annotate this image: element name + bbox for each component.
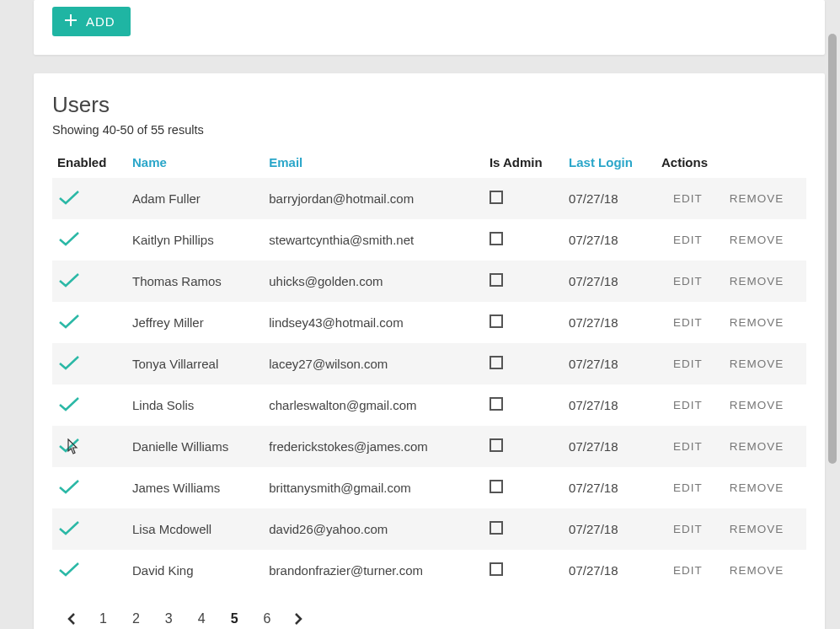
edit-button[interactable]: EDIT bbox=[671, 230, 704, 250]
remove-button[interactable]: REMOVE bbox=[728, 437, 786, 456]
user-last-login: 07/27/18 bbox=[564, 467, 656, 508]
scrollbar-track[interactable] bbox=[827, 0, 838, 629]
table-row: Tonya Villarreallacey27@wilson.com07/27/… bbox=[52, 343, 806, 384]
user-email: frederickstokes@james.com bbox=[264, 426, 484, 467]
users-table: Enabled Name Email Is Admin Last Login A… bbox=[52, 148, 806, 591]
col-is-admin-header[interactable]: Is Admin bbox=[484, 148, 564, 178]
pagination-next[interactable] bbox=[291, 611, 306, 626]
pagination-page[interactable]: 3 bbox=[160, 610, 178, 628]
user-email: david26@yahoo.com bbox=[264, 508, 484, 550]
check-icon bbox=[57, 188, 81, 207]
pagination-page[interactable]: 4 bbox=[193, 610, 211, 628]
pagination-page[interactable]: 2 bbox=[127, 610, 145, 628]
is-admin-checkbox[interactable] bbox=[490, 232, 503, 245]
user-last-login: 07/27/18 bbox=[564, 219, 656, 261]
check-icon bbox=[57, 519, 81, 537]
user-name: Linda Solis bbox=[127, 384, 264, 426]
user-email: charleswalton@gmail.com bbox=[264, 384, 484, 426]
user-name: Jeffrey Miller bbox=[127, 302, 264, 343]
plus-icon bbox=[64, 13, 78, 30]
scrollbar-thumb[interactable] bbox=[828, 34, 837, 464]
user-last-login: 07/27/18 bbox=[564, 508, 656, 550]
user-email: stewartcynthia@smith.net bbox=[264, 219, 484, 261]
table-row: Adam Fullerbarryjordan@hotmail.com07/27/… bbox=[52, 178, 806, 219]
edit-button[interactable]: EDIT bbox=[671, 271, 704, 291]
user-name: Adam Fuller bbox=[127, 178, 264, 219]
col-email-header[interactable]: Email bbox=[264, 148, 484, 178]
is-admin-checkbox[interactable] bbox=[490, 562, 503, 576]
user-name: Thomas Ramos bbox=[127, 261, 264, 302]
edit-button[interactable]: EDIT bbox=[671, 189, 704, 208]
check-icon bbox=[57, 229, 81, 248]
table-row: David Kingbrandonfrazier@turner.com07/27… bbox=[52, 550, 806, 591]
user-email: barryjordan@hotmail.com bbox=[264, 178, 484, 219]
edit-button[interactable]: EDIT bbox=[671, 561, 704, 580]
pagination-page[interactable]: 1 bbox=[94, 610, 112, 628]
is-admin-checkbox[interactable] bbox=[490, 480, 503, 493]
is-admin-checkbox[interactable] bbox=[490, 397, 503, 411]
edit-button[interactable]: EDIT bbox=[671, 437, 704, 456]
user-last-login: 07/27/18 bbox=[564, 261, 656, 302]
table-row: Danielle Williamsfrederickstokes@james.c… bbox=[52, 426, 806, 467]
user-email: uhicks@golden.com bbox=[264, 261, 484, 302]
user-last-login: 07/27/18 bbox=[564, 550, 656, 591]
is-admin-checkbox[interactable] bbox=[490, 438, 503, 452]
top-card: ADD bbox=[34, 0, 825, 55]
table-row: Lisa Mcdowelldavid26@yahoo.com07/27/18ED… bbox=[52, 508, 806, 550]
col-enabled-header[interactable]: Enabled bbox=[52, 148, 127, 178]
is-admin-checkbox[interactable] bbox=[490, 521, 503, 535]
pagination-page[interactable]: 5 bbox=[226, 610, 243, 628]
edit-button[interactable]: EDIT bbox=[671, 478, 704, 497]
edit-button[interactable]: EDIT bbox=[671, 354, 704, 374]
user-last-login: 07/27/18 bbox=[564, 343, 656, 384]
remove-button[interactable]: REMOVE bbox=[728, 271, 786, 291]
col-name-header[interactable]: Name bbox=[127, 148, 264, 178]
users-subtitle: Showing 40-50 of 55 results bbox=[52, 123, 806, 137]
add-button-label: ADD bbox=[86, 14, 115, 29]
remove-button[interactable]: REMOVE bbox=[728, 230, 786, 250]
check-icon bbox=[57, 271, 81, 289]
user-last-login: 07/27/18 bbox=[564, 384, 656, 426]
user-name: Danielle Williams bbox=[127, 426, 264, 467]
is-admin-checkbox[interactable] bbox=[490, 314, 503, 328]
table-row: Kaitlyn Phillipsstewartcynthia@smith.net… bbox=[52, 219, 806, 261]
remove-button[interactable]: REMOVE bbox=[728, 313, 786, 332]
table-row: Jeffrey Millerlindsey43@hotmail.com07/27… bbox=[52, 302, 806, 343]
remove-button[interactable]: REMOVE bbox=[728, 354, 786, 374]
edit-button[interactable]: EDIT bbox=[671, 313, 704, 332]
check-icon bbox=[57, 312, 81, 331]
col-last-login-header[interactable]: Last Login bbox=[564, 148, 656, 178]
check-icon bbox=[57, 436, 81, 454]
remove-button[interactable]: REMOVE bbox=[728, 395, 786, 415]
edit-button[interactable]: EDIT bbox=[671, 395, 704, 415]
user-email: brandonfrazier@turner.com bbox=[264, 550, 484, 591]
user-name: David King bbox=[127, 550, 264, 591]
pagination-prev[interactable] bbox=[64, 611, 79, 626]
check-icon bbox=[57, 395, 81, 413]
check-icon bbox=[57, 353, 81, 372]
user-email: brittanysmith@gmail.com bbox=[264, 467, 484, 508]
is-admin-checkbox[interactable] bbox=[490, 356, 503, 369]
user-name: Kaitlyn Phillips bbox=[127, 219, 264, 261]
table-row: Thomas Ramosuhicks@golden.com07/27/18EDI… bbox=[52, 261, 806, 302]
remove-button[interactable]: REMOVE bbox=[728, 561, 786, 580]
user-name: Lisa Mcdowell bbox=[127, 508, 264, 550]
user-email: lacey27@wilson.com bbox=[264, 343, 484, 384]
is-admin-checkbox[interactable] bbox=[490, 273, 503, 287]
remove-button[interactable]: REMOVE bbox=[728, 478, 786, 497]
is-admin-checkbox[interactable] bbox=[490, 191, 503, 204]
remove-button[interactable]: REMOVE bbox=[728, 519, 786, 539]
table-row: Linda Solischarleswalton@gmail.com07/27/… bbox=[52, 384, 806, 426]
user-last-login: 07/27/18 bbox=[564, 302, 656, 343]
pagination: 123456 bbox=[52, 591, 806, 629]
pagination-page[interactable]: 6 bbox=[259, 610, 276, 628]
user-last-login: 07/27/18 bbox=[564, 178, 656, 219]
table-row: James Williamsbrittanysmith@gmail.com07/… bbox=[52, 467, 806, 508]
col-actions-header: Actions bbox=[656, 148, 806, 178]
user-name: James Williams bbox=[127, 467, 264, 508]
users-title: Users bbox=[52, 92, 806, 118]
remove-button[interactable]: REMOVE bbox=[728, 189, 786, 208]
edit-button[interactable]: EDIT bbox=[671, 519, 704, 539]
add-button[interactable]: ADD bbox=[52, 7, 131, 36]
user-email: lindsey43@hotmail.com bbox=[264, 302, 484, 343]
